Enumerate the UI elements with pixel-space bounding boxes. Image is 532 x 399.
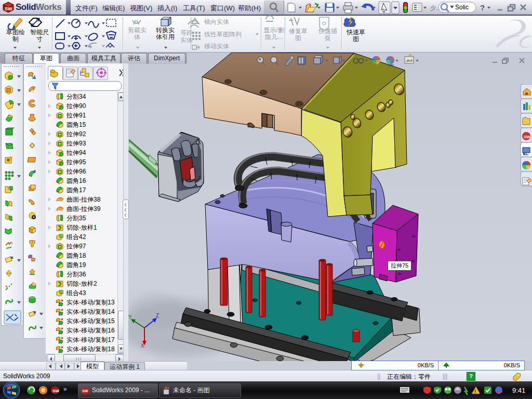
svg-text:SW: SW xyxy=(52,389,59,393)
svg-text:SW: SW xyxy=(82,389,88,393)
svg-text:9:41: 9:41 xyxy=(512,387,525,394)
svg-text:!: ! xyxy=(474,389,476,394)
svg-text:少..: 少.. xyxy=(430,5,439,11)
svg-text:Y: Y xyxy=(128,314,132,320)
svg-text:SW: SW xyxy=(5,6,12,11)
svg-text:?: ? xyxy=(480,3,485,12)
svg-text:Solic: Solic xyxy=(455,4,469,11)
svg-text:X: X xyxy=(141,343,144,349)
svg-text:Z: Z xyxy=(156,313,159,318)
svg-text:SW: SW xyxy=(524,135,530,139)
svg-text:»: » xyxy=(63,385,67,393)
